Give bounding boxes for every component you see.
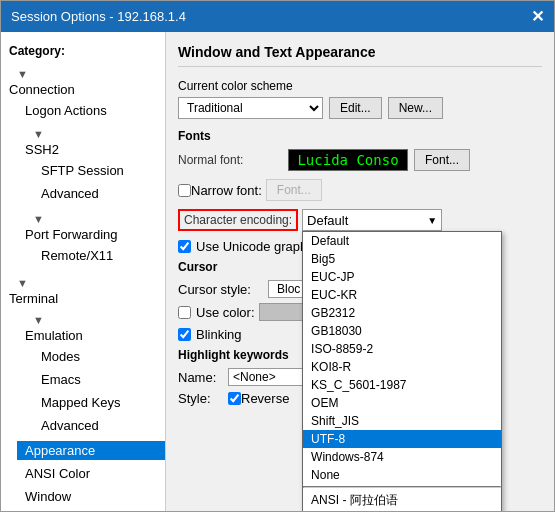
- encoding-option-koi8-r[interactable]: KOI8-R: [303, 358, 501, 376]
- main-window: Session Options - 192.168.1.4 ✕ Category…: [0, 0, 555, 512]
- encoding-row: Character encoding: Default ▼ Default Bi…: [178, 209, 542, 231]
- dropdown-arrow-icon: ▼: [427, 215, 437, 226]
- color-scheme-label: Current color scheme: [178, 79, 542, 93]
- close-button[interactable]: ✕: [531, 7, 544, 26]
- name-label: Name:: [178, 370, 228, 385]
- encoding-option-default[interactable]: Default: [303, 232, 501, 250]
- sidebar-item-logon-actions[interactable]: Logon Actions: [17, 99, 165, 122]
- encoding-dropdown-container: Default ▼ Default Big5 EUC-JP EUC-KR GB2…: [302, 209, 442, 231]
- sidebar-item-mapped-keys[interactable]: Mapped Keys: [33, 391, 165, 414]
- encoding-option-none[interactable]: None: [303, 466, 501, 484]
- color-scheme-row: Traditional Edit... New...: [178, 97, 542, 119]
- encoding-option-gb18030[interactable]: GB18030: [303, 322, 501, 340]
- encoding-option-ks-c-5601[interactable]: KS_C_5601-1987: [303, 376, 501, 394]
- sidebar-item-appearance[interactable]: Appearance: [17, 439, 165, 462]
- main-panel: Window and Text Appearance Current color…: [166, 32, 554, 511]
- category-label: Category:: [1, 40, 165, 62]
- sidebar-item-ansi-color[interactable]: ANSI Color: [17, 462, 165, 485]
- sidebar-item-log-file[interactable]: Log File: [17, 508, 165, 511]
- sidebar-item-terminal[interactable]: ▼Terminal ▼Emulation Modes Emacs Mapped …: [1, 271, 165, 511]
- sidebar-item-ssh2[interactable]: ▼SSH2 SFTP Session Advanced: [17, 122, 165, 207]
- sidebar-item-port-forwarding[interactable]: ▼Port Forwarding Remote/X11: [17, 207, 165, 269]
- encoding-option-windows-874[interactable]: Windows-874: [303, 448, 501, 466]
- encoding-option-gb2312[interactable]: GB2312: [303, 304, 501, 322]
- encoding-label: Character encoding:: [178, 209, 298, 231]
- color-scheme-select[interactable]: Traditional: [178, 97, 323, 119]
- sidebar-item-advanced-ssh2[interactable]: Advanced: [33, 182, 165, 205]
- blinking-label: Blinking: [196, 327, 242, 342]
- color-swatch: [259, 303, 309, 321]
- content-area: Category: ▼Connection Logon Actions ▼SSH…: [1, 32, 554, 511]
- narrow-font-row: Narrow font: Font...: [178, 179, 542, 201]
- encoding-option-utf8[interactable]: UTF-8: [303, 430, 501, 448]
- new-button[interactable]: New...: [388, 97, 443, 119]
- font-button[interactable]: Font...: [414, 149, 470, 171]
- unicode-checkbox[interactable]: [178, 240, 191, 253]
- narrow-font-button[interactable]: Font...: [266, 179, 322, 201]
- category-panel: Category: ▼Connection Logon Actions ▼SSH…: [1, 32, 166, 511]
- sidebar-item-emulation[interactable]: ▼Emulation Modes Emacs Mapped Keys Advan…: [17, 308, 165, 439]
- sidebar-item-remote-x11[interactable]: Remote/X11: [33, 244, 165, 267]
- reverse-label: Reverse: [241, 391, 289, 406]
- title-bar: Session Options - 192.168.1.4 ✕: [1, 1, 554, 32]
- normal-font-row: Normal font: Lucida Conso Font...: [178, 149, 542, 171]
- encoding-dropdown-list: Default Big5 EUC-JP EUC-KR GB2312 GB1803…: [302, 231, 502, 511]
- use-color-checkbox[interactable]: [178, 306, 191, 319]
- window-title: Session Options - 192.168.1.4: [11, 9, 186, 24]
- normal-font-label: Normal font:: [178, 153, 288, 167]
- sidebar-item-window[interactable]: Window: [17, 485, 165, 508]
- sidebar-item-sftp-session[interactable]: SFTP Session: [33, 159, 165, 182]
- edit-button[interactable]: Edit...: [329, 97, 382, 119]
- reverse-checkbox[interactable]: [228, 392, 241, 405]
- sidebar-item-advanced-terminal[interactable]: Advanced: [33, 414, 165, 437]
- use-color-label: Use color:: [196, 305, 255, 320]
- sidebar-item-modes[interactable]: Modes: [33, 345, 165, 368]
- encoding-option-ansi-arabic[interactable]: ANSI - 阿拉伯语: [303, 490, 501, 511]
- encoding-option-shift-jis[interactable]: Shift_JIS: [303, 412, 501, 430]
- normal-font-display: Lucida Conso: [288, 149, 408, 171]
- panel-title: Window and Text Appearance: [178, 44, 542, 67]
- narrow-font-label: Narrow font:: [191, 183, 262, 198]
- blinking-checkbox[interactable]: [178, 328, 191, 341]
- sidebar-item-emacs[interactable]: Emacs: [33, 368, 165, 391]
- fonts-label: Fonts: [178, 129, 542, 143]
- cursor-style-label: Cursor style:: [178, 282, 268, 297]
- encoding-option-euc-kr[interactable]: EUC-KR: [303, 286, 501, 304]
- encoding-select[interactable]: Default ▼: [302, 209, 442, 231]
- encoding-option-euc-jp[interactable]: EUC-JP: [303, 268, 501, 286]
- narrow-font-checkbox[interactable]: [178, 184, 191, 197]
- sidebar-item-connection[interactable]: ▼Connection Logon Actions ▼SSH2 SFTP Ses…: [1, 62, 165, 271]
- encoding-option-big5[interactable]: Big5: [303, 250, 501, 268]
- encoding-current-value: Default: [307, 213, 348, 228]
- style-label: Style:: [178, 391, 228, 406]
- encoding-option-iso-8859-2[interactable]: ISO-8859-2: [303, 340, 501, 358]
- encoding-option-oem[interactable]: OEM: [303, 394, 501, 412]
